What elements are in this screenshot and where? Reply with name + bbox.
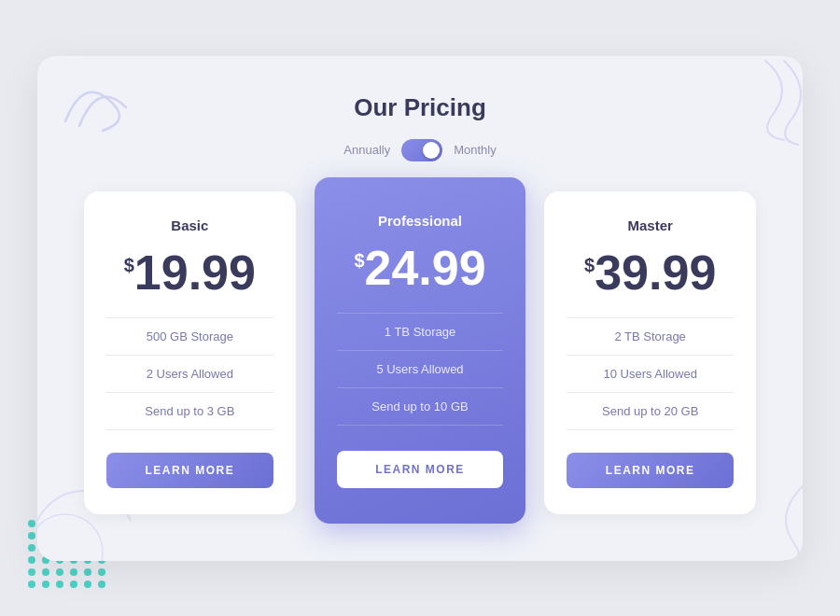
page-title: Our Pricing [84, 93, 756, 122]
plan-master-features: 2 TB Storage 10 Users Allowed Send up to… [567, 317, 734, 430]
plan-professional-feature-2: Send up to 10 GB [337, 387, 504, 426]
plan-basic-price-row: $ 19.99 [124, 248, 256, 297]
billing-toggle[interactable] [401, 139, 442, 161]
pricing-card-container: Our Pricing Annually Monthly Basic $ 19.… [37, 56, 803, 561]
svg-point-1 [37, 514, 103, 561]
plan-professional-feature-1: 5 Users Allowed [337, 350, 504, 387]
plan-basic-learn-more-button[interactable]: LEARN MORE [106, 453, 273, 488]
plan-master-feature-0: 2 TB Storage [567, 317, 734, 355]
plan-basic-dollar: $ [124, 256, 134, 274]
plan-professional-price-row: $ 24.99 [354, 244, 485, 292]
plan-basic: Basic $ 19.99 500 GB Storage 2 Users All… [84, 191, 296, 514]
plan-master-feature-1: 10 Users Allowed [567, 355, 734, 392]
plan-master-name: Master [628, 217, 673, 233]
plan-professional-amount: 24.99 [365, 244, 486, 292]
plan-basic-feature-2: Send up to 3 GB [106, 392, 273, 430]
plan-master-learn-more-button[interactable]: LEARN MORE [567, 453, 734, 488]
plan-basic-amount: 19.99 [134, 248, 256, 297]
plan-master-feature-2: Send up to 20 GB [567, 392, 734, 430]
plan-professional-name: Professional [378, 213, 462, 229]
plan-professional-features: 1 TB Storage 5 Users Allowed Send up to … [337, 313, 504, 426]
plan-master-dollar: $ [584, 256, 595, 274]
plan-professional: Professional $ 24.99 1 TB Storage 5 User… [315, 177, 526, 524]
pricing-cards-row: Basic $ 19.99 500 GB Storage 2 Users All… [84, 191, 756, 514]
plan-master-price-row: $ 39.99 [584, 248, 716, 297]
plan-professional-feature-0: 1 TB Storage [337, 313, 504, 350]
plan-professional-dollar: $ [354, 251, 364, 270]
toggle-monthly-label: Monthly [454, 143, 497, 157]
plan-basic-name: Basic [171, 217, 208, 233]
plan-master-amount: 39.99 [595, 248, 716, 297]
plan-basic-feature-1: 2 Users Allowed [106, 355, 273, 392]
toggle-knob [423, 142, 440, 159]
billing-toggle-row: Annually Monthly [84, 139, 756, 161]
plan-basic-feature-0: 500 GB Storage [106, 317, 273, 355]
toggle-annually-label: Annually [343, 143, 390, 157]
plan-master: Master $ 39.99 2 TB Storage 10 Users All… [544, 191, 756, 514]
plan-professional-learn-more-button[interactable]: LEARN MORE [337, 451, 504, 488]
plan-basic-features: 500 GB Storage 2 Users Allowed Send up t… [106, 317, 273, 430]
